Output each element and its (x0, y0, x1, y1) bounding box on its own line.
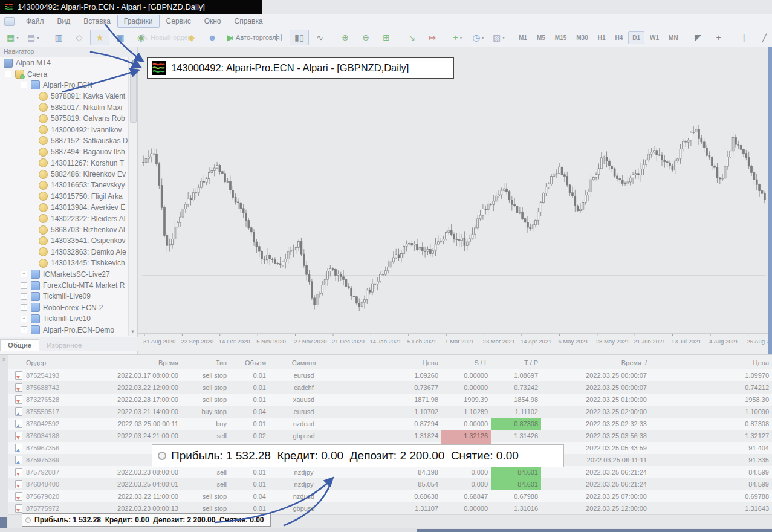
timeframe-MN-button[interactable]: MN (664, 31, 683, 44)
column-header-sl[interactable]: S / L (441, 357, 491, 369)
menu-item-Файл[interactable]: Файл (19, 15, 51, 28)
autotrade-button[interactable]: ▶Авто-торговля (244, 30, 263, 45)
tree-item-Alpari-MT4[interactable]: Alpari MT4 (0, 57, 129, 68)
expand-icon[interactable]: + (21, 293, 27, 300)
tree-item-5868703[interactable]: 5868703: Rizhenkov Al (0, 224, 129, 235)
periods-button[interactable]: ◷▾ (469, 30, 488, 45)
column-header-tp[interactable]: T / P (491, 357, 541, 369)
tree-item-5882486[interactable]: 5882486: Kireenkov Ev (0, 169, 129, 180)
tree-item-Tickmill-Live10[interactable]: +Tickmill-Live10 (0, 313, 129, 324)
column-header-volume[interactable]: Объем (230, 357, 269, 369)
scroll-down-icon[interactable]: ▼ (129, 328, 137, 336)
chart-candles-button[interactable]: ▮▯ (290, 30, 309, 45)
expand-icon[interactable]: + (21, 304, 27, 311)
tree-item-143011267[interactable]: 143011267: Korshun T (0, 158, 129, 169)
expand-icon[interactable]: + (21, 316, 27, 322)
chart-shift-button[interactable]: ↦ (423, 30, 442, 45)
tree-item-143022322[interactable]: 143022322: Bleiders Al (0, 213, 129, 224)
menu-item-Графики[interactable]: Графики (117, 15, 160, 28)
new-chart-button[interactable]: ▦▾ (3, 30, 22, 45)
navigator-scrollbar[interactable]: ▲ ▼ (128, 57, 137, 336)
timeframe-M30-button[interactable]: M30 (572, 31, 592, 44)
column-header-icon[interactable] (8, 357, 23, 369)
collapse-icon[interactable]: - (5, 71, 11, 77)
chart-line-button[interactable]: ∿ (310, 30, 329, 45)
expand-icon[interactable]: + (21, 282, 27, 289)
timeframe-W1-button[interactable]: W1 (646, 31, 663, 44)
expand-icon[interactable]: + (21, 271, 27, 277)
cursor-button[interactable]: ◤ (689, 30, 708, 45)
order-row-875792087[interactable]: 8757920872022.03.23 08:00:00sell0.01nzdj… (8, 466, 772, 478)
timeframe-H4-button[interactable]: H4 (611, 31, 628, 44)
timeframe-M15-button[interactable]: M15 (551, 31, 571, 44)
column-header-time2[interactable]: Время / (541, 357, 650, 369)
chat-button[interactable]: ☻ (203, 30, 222, 45)
tree-item-5887152[interactable]: 5887152: Satkauskas D (0, 135, 129, 146)
scrollbar-thumb[interactable] (130, 67, 137, 123)
profiles-button[interactable]: ▤▾ (24, 30, 43, 45)
order-row-876034188[interactable]: 8760341882022.03.24 21:00:00sell0.02gbpu… (8, 430, 772, 442)
tree-item-ForexClub-MT4-Market-R[interactable]: +ForexClub-MT4 Market R (0, 280, 129, 291)
tree-item-143032863[interactable]: 143032863: Demko Ale (0, 247, 129, 258)
menu-item-Окно[interactable]: Окно (198, 15, 228, 28)
timeframe-M5-button[interactable]: M5 (533, 31, 550, 44)
order-row-876042592[interactable]: 8760425922022.03.25 00:00:11buy0.01nzdca… (8, 418, 772, 430)
zoom-out-button[interactable]: ⊖ (356, 30, 375, 45)
collapse-icon[interactable]: - (21, 82, 27, 88)
terminal-button[interactable]: ▣ (111, 30, 130, 45)
column-header-price2[interactable]: Цена (650, 357, 772, 369)
order-row-876048400[interactable]: 8760484002022.03.25 04:00:01sell0.01nzdj… (8, 478, 772, 490)
order-row-875688742[interactable]: 8756887422022.03.22 12:00:00sell stop0.0… (8, 381, 772, 394)
column-header-time[interactable]: Время (68, 357, 181, 369)
chart-bars-button[interactable]: I I (269, 30, 288, 45)
new-order-button[interactable]: ✎Новый ордер (157, 30, 176, 45)
zoom-in-button[interactable]: ⊕ (336, 30, 355, 45)
close-icon[interactable]: × (0, 357, 8, 363)
order-row-875775972[interactable]: 8757759722022.03.23 00:00:13sell stop0.0… (8, 502, 772, 514)
tile-windows-button[interactable]: ⊞ (377, 30, 396, 45)
tree-item-5878891[interactable]: 5878891: Kavka Valent (0, 91, 129, 102)
auto-scroll-button[interactable]: ↘ (402, 30, 421, 45)
tree-item-Alpari-Pro.ECN-Demo[interactable]: +Alpari-Pro.ECN-Demo (0, 324, 129, 335)
timeframe-D1-button[interactable]: D1 (628, 31, 644, 44)
menu-item-Справка[interactable]: Справка (228, 15, 270, 28)
tree-item-Tickmill-Live09[interactable]: +Tickmill-Live09 (0, 291, 129, 302)
tree-item-143013445[interactable]: 143013445: Tishkevich (0, 258, 129, 268)
chart-right-scroll-strip[interactable] (768, 47, 772, 354)
menu-item-Сервис[interactable]: Сервис (160, 15, 198, 28)
templates-button[interactable]: ▨▾ (489, 30, 508, 45)
tree-item-143015750[interactable]: 143015750: Fligil Arka (0, 191, 129, 202)
order-row-873276528[interactable]: 8732765282022.02.28 17:00:00sell stop0.0… (8, 394, 772, 406)
market-watch-button[interactable]: ▥ (49, 30, 68, 45)
order-row-875254193[interactable]: 8752541932022.03.17 08:00:00sell stop0.0… (8, 369, 772, 381)
menu-item-Вставка[interactable]: Вставка (77, 15, 117, 28)
tree-item-5887494[interactable]: 5887494: Bagauov Ilsh (0, 146, 129, 157)
tree-item-Alpari-Pro.ECN[interactable]: -Alpari-Pro.ECN (0, 80, 129, 91)
navigator-tab-Общие[interactable]: Общие (0, 339, 39, 351)
tree-item-Счета[interactable]: -Счета (0, 68, 129, 79)
expand-icon[interactable]: + (21, 326, 27, 333)
indicators-button[interactable]: +▾ (448, 30, 467, 45)
crosshair-button[interactable]: + (709, 30, 728, 45)
tree-item-143033541[interactable]: 143033541: Osipenkov (0, 235, 129, 246)
tree-item-RoboForex-ECN-2[interactable]: +RoboForex-ECN-2 (0, 302, 129, 313)
tree-item-143000492[interactable]: 143000492: Ivannikov (0, 124, 129, 135)
column-header-symbol[interactable]: Символ (269, 357, 339, 369)
navigator-tab-Избранное[interactable]: Избранное (39, 340, 89, 351)
app-menu-icon[interactable] (4, 17, 15, 26)
tree-item-5875819[interactable]: 5875819: Galvans Rob (0, 113, 129, 124)
tree-item-143016653[interactable]: 143016653: Tanevskyy (0, 180, 129, 190)
column-header-price[interactable]: Цена (339, 357, 441, 369)
timeframe-H1-button[interactable]: H1 (594, 31, 610, 44)
navigator-button[interactable]: ★ (90, 30, 109, 45)
chart-panel[interactable]: GBPNZD,Daily 31 Aug 202022 Sep 202014 Oc… (138, 47, 772, 354)
data-window-button[interactable]: ◇ (70, 30, 89, 45)
order-row-875559517[interactable]: 8755595172022.03.21 14:00:00buy stop0.04… (8, 406, 772, 418)
order-row-875679020[interactable]: 8756790202022.03.22 11:00:00sell stop0.0… (8, 490, 772, 502)
menu-item-Вид[interactable]: Вид (51, 15, 77, 28)
tree-item-5881017[interactable]: 5881017: Nikulin Maxi (0, 102, 129, 113)
terminal-side-strip[interactable]: × (0, 355, 8, 532)
column-header-id[interactable]: Ордер (23, 357, 68, 369)
trendline-button[interactable]: ╱ (755, 30, 772, 45)
candlestick-chart[interactable]: 31 Aug 202022 Sep 202014 Oct 20205 Nov 2… (138, 47, 772, 354)
